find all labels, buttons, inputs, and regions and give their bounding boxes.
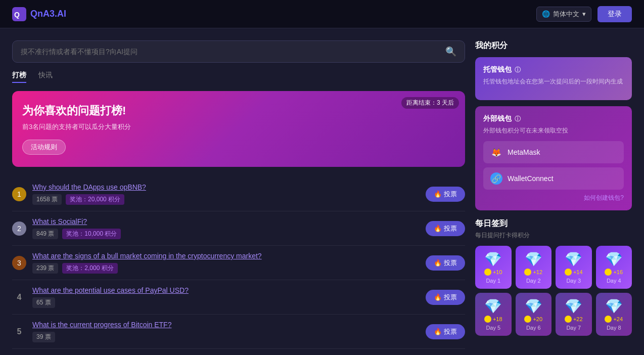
rank-number: 4 [12, 293, 26, 302]
gem-icon: 💎 [605, 298, 623, 315]
checkin-section: 每日签到 每日提问打卡得积分 💎 +10 Day 1 💎 +12 [475, 218, 632, 336]
checkin-grid: 💎 +10 Day 1 💎 +12 Day 2 💎 [475, 246, 632, 336]
vote-button[interactable]: 🔥 投票 [426, 221, 465, 236]
banner-sub: 前3名问题的支持者可以瓜分大量积分 [22, 122, 455, 131]
checkin-day-label: Day 5 [486, 325, 500, 331]
coin-icon [524, 316, 531, 323]
custody-wallet-sub: 托管钱包地址会在您第一次提问后的一段时间内生成 [483, 77, 624, 86]
votes-badge: 1658 票 [32, 194, 62, 205]
checkin-points: +18 [484, 316, 502, 323]
tab-ranking[interactable]: 打榜 [12, 71, 26, 83]
votes-badge: 65 票 [32, 297, 55, 308]
globe-icon: 🌐 [542, 10, 550, 18]
question-content: What are the signs of a bull market comi… [32, 252, 420, 274]
question-link[interactable]: What are the signs of a bull market comi… [32, 252, 420, 260]
rank-medal-bronze: 3 [12, 256, 26, 270]
table-row: 1 Why should the DApps use opBNB? 1658 票… [12, 177, 465, 211]
reward-badge: 奖池：20,000 积分 [66, 194, 124, 205]
login-button[interactable]: 登录 [597, 6, 632, 22]
checkin-title: 每日签到 [475, 218, 632, 229]
gem-icon: 💎 [605, 251, 623, 268]
language-selector[interactable]: 🌐 简体中文 ▾ [536, 7, 591, 22]
svg-text:Q: Q [14, 11, 20, 19]
question-meta: 239 票 奖池：2,000 积分 [32, 263, 420, 274]
checkin-day-label: Day 1 [486, 278, 500, 284]
checkin-day-1[interactable]: 💎 +10 Day 1 [475, 246, 512, 289]
votes-badge: 39 票 [32, 332, 55, 342]
table-row: 6 How will the attack event in Curve Poo… [12, 349, 465, 355]
coin-icon [524, 269, 531, 276]
chevron-down-icon: ▾ [582, 10, 586, 18]
fire-icon: 🔥 [434, 225, 442, 232]
checkin-points: +24 [605, 316, 623, 323]
votes-badge: 239 票 [32, 263, 58, 274]
checkin-day-2[interactable]: 💎 +12 Day 2 [516, 246, 552, 289]
checkin-day-label: Day 6 [526, 325, 541, 331]
question-meta: 849 票 奖池：10,000 积分 [32, 229, 420, 239]
custody-wallet-title: 托管钱包 ⓘ [483, 65, 624, 74]
checkin-day-label: Day 8 [607, 325, 621, 331]
checkin-day-7[interactable]: 💎 +22 Day 7 [556, 293, 592, 336]
question-link[interactable]: What is the current progress of Bitcoin … [32, 321, 420, 329]
votes-badge: 849 票 [32, 229, 58, 239]
question-content: Why should the DApps use opBNB? 1658 票 奖… [32, 183, 420, 205]
vote-button[interactable]: 🔥 投票 [426, 187, 465, 202]
banner-timer: 距离结束：3 天后 [401, 97, 459, 109]
metamask-option[interactable]: 🦊 MetaMask [483, 141, 624, 163]
walletconnect-label: WalletConnect [508, 174, 554, 183]
question-meta: 1658 票 奖池：20,000 积分 [32, 194, 420, 205]
lang-label: 简体中文 [553, 10, 579, 19]
left-panel: 🔍 打榜 快讯 距离结束：3 天后 为你喜欢的问题打榜! 前3名问题的支持者可以… [12, 40, 465, 355]
gem-icon: 💎 [565, 298, 582, 315]
search-bar: 🔍 [12, 40, 465, 63]
checkin-sub: 每日提问打卡得积分 [475, 231, 632, 240]
question-meta: 39 票 [32, 332, 420, 342]
info-icon: ⓘ [515, 115, 521, 123]
question-link[interactable]: Why should the DApps use opBNB? [32, 183, 420, 191]
question-meta: 65 票 [32, 297, 420, 308]
banner: 距离结束：3 天后 为你喜欢的问题打榜! 前3名问题的支持者可以瓜分大量积分 活… [12, 91, 465, 167]
custody-wallet-card: 托管钱包 ⓘ 托管钱包地址会在您第一次提问后的一段时间内生成 [475, 57, 632, 100]
external-wallet-sub: 外部钱包积分可在未来领取空投 [483, 126, 624, 135]
coin-icon [484, 316, 491, 323]
checkin-day-6[interactable]: 💎 +20 Day 6 [516, 293, 552, 336]
coin-icon [484, 269, 491, 276]
create-wallet-link[interactable]: 如何创建钱包? [483, 194, 624, 202]
info-icon: ⓘ [515, 66, 521, 74]
external-wallet-card: 外部钱包 ⓘ 外部钱包积分可在未来领取空投 🦊 MetaMask 🔗 Walle… [475, 106, 632, 210]
walletconnect-option[interactable]: 🔗 WalletConnect [483, 167, 624, 190]
coin-icon [565, 269, 572, 276]
fire-icon: 🔥 [434, 293, 442, 301]
banner-rules-button[interactable]: 活动规则 [22, 140, 66, 155]
search-icon[interactable]: 🔍 [445, 46, 456, 57]
panel-title: 我的积分 [475, 40, 632, 51]
question-link[interactable]: What are the potential use cases of PayP… [32, 286, 420, 294]
checkin-day-8[interactable]: 💎 +24 Day 8 [596, 293, 632, 336]
vote-button[interactable]: 🔥 投票 [426, 255, 465, 271]
search-input[interactable] [21, 48, 445, 56]
coin-icon [565, 316, 572, 323]
checkin-points: +10 [484, 269, 502, 276]
checkin-day-5[interactable]: 💎 +18 Day 5 [475, 293, 512, 336]
right-panel: 我的积分 托管钱包 ⓘ 托管钱包地址会在您第一次提问后的一段时间内生成 外部钱包… [475, 40, 632, 355]
metamask-icon: 🦊 [490, 146, 502, 158]
checkin-day-label: Day 2 [526, 278, 541, 284]
checkin-day-3[interactable]: 💎 +14 Day 3 [556, 246, 592, 289]
logo[interactable]: Q QnA3.AI [12, 7, 66, 21]
rank-medal-silver: 2 [12, 221, 26, 236]
gem-icon: 💎 [484, 251, 502, 268]
table-row: 4 What are the potential use cases of Pa… [12, 280, 465, 315]
checkin-points: +14 [565, 269, 583, 276]
checkin-day-4[interactable]: 💎 +16 Day 4 [596, 246, 632, 289]
header-right: 🌐 简体中文 ▾ 登录 [536, 6, 632, 22]
vote-button[interactable]: 🔥 投票 [426, 324, 465, 339]
tab-news[interactable]: 快讯 [38, 71, 53, 83]
fire-icon: 🔥 [434, 259, 442, 267]
metamask-label: MetaMask [508, 148, 540, 156]
coin-icon [605, 316, 612, 323]
question-content: What are the potential use cases of PayP… [32, 286, 420, 308]
vote-button[interactable]: 🔥 投票 [426, 290, 465, 305]
question-link[interactable]: What is SocialFi? [32, 217, 420, 226]
external-wallet-title: 外部钱包 ⓘ [483, 114, 624, 123]
checkin-day-label: Day 7 [566, 325, 581, 331]
